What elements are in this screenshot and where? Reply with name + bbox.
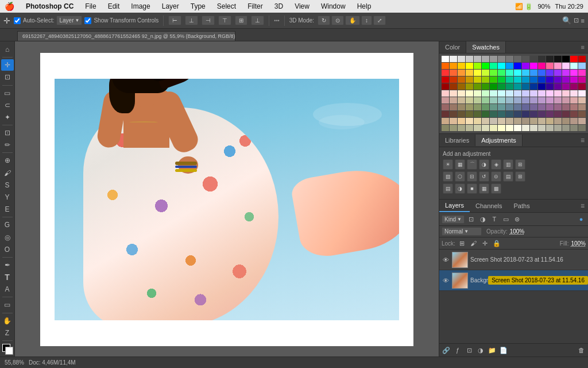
- lock-all-icon[interactable]: 🔒: [492, 239, 501, 248]
- hand-tool[interactable]: ✋: [1, 315, 14, 326]
- bw-adj-icon[interactable]: ▧: [443, 171, 453, 182]
- swatch-7-11[interactable]: [530, 104, 537, 110]
- swatch-8-6[interactable]: [490, 111, 497, 117]
- swatch-9-0[interactable]: [442, 118, 449, 124]
- new-layer-btn[interactable]: 📄: [499, 346, 508, 355]
- filter-pixel-icon[interactable]: ⊡: [467, 214, 476, 224]
- auto-select-checkbox[interactable]: [14, 17, 21, 24]
- swatch-8-15[interactable]: [562, 111, 570, 117]
- swatch-6-10[interactable]: [522, 97, 529, 103]
- swatch-4-4[interactable]: [474, 83, 481, 90]
- posterize-adj-icon[interactable]: ▤: [503, 171, 513, 182]
- swatch-7-4[interactable]: [474, 104, 481, 110]
- swatch-10-3[interactable]: [466, 125, 473, 131]
- swatch-1-1[interactable]: [450, 63, 457, 69]
- layers-panel-options[interactable]: ≡: [577, 200, 588, 212]
- menu-select[interactable]: Select: [215, 1, 238, 12]
- swatch-5-0[interactable]: [442, 90, 449, 97]
- swatch-5-8[interactable]: [506, 90, 513, 97]
- swatch-4-3[interactable]: [466, 83, 473, 90]
- layer-dropdown[interactable]: Layer ▼: [56, 16, 82, 25]
- swatch-0-0[interactable]: [442, 56, 449, 62]
- layer-item-background[interactable]: 👁 Background 🔒 Screen Shot 2018-07-23 at…: [439, 270, 588, 291]
- swatch-1-17[interactable]: [578, 63, 586, 69]
- apple-menu[interactable]: 🍎: [5, 2, 14, 11]
- swatch-2-0[interactable]: [442, 70, 449, 76]
- 3d-slide-btn[interactable]: ↕: [361, 16, 372, 25]
- swatch-10-2[interactable]: [458, 125, 465, 131]
- swatch-5-3[interactable]: [466, 90, 473, 97]
- type-tool[interactable]: T: [1, 271, 14, 283]
- swatch-6-12[interactable]: [538, 97, 546, 103]
- align-right-icon[interactable]: ⊣: [202, 16, 215, 25]
- swatch-9-11[interactable]: [530, 118, 537, 124]
- menu-type[interactable]: Type: [188, 1, 208, 12]
- swatch-6-0[interactable]: [442, 97, 449, 103]
- swatch-0-10[interactable]: [522, 56, 529, 62]
- swatch-2-8[interactable]: [506, 70, 513, 76]
- swatch-3-12[interactable]: [538, 76, 546, 83]
- swatch-8-8[interactable]: [506, 111, 513, 117]
- swatch-8-7[interactable]: [498, 111, 505, 117]
- fill-value[interactable]: 100%: [571, 240, 586, 247]
- align-top-icon[interactable]: ⊤: [218, 16, 231, 25]
- swatch-9-12[interactable]: [538, 118, 546, 124]
- brightness-adj-icon[interactable]: ☀: [443, 159, 453, 170]
- swatch-10-6[interactable]: [490, 125, 497, 131]
- exposure-adj-icon[interactable]: ◑: [479, 159, 489, 170]
- blend-mode-dropdown[interactable]: Normal ▼: [442, 227, 482, 236]
- swatch-0-15[interactable]: [562, 56, 570, 62]
- swatch-1-6[interactable]: [490, 63, 497, 69]
- add-style-btn[interactable]: ƒ: [453, 346, 462, 355]
- swatch-6-14[interactable]: [554, 97, 562, 103]
- swatch-8-5[interactable]: [482, 111, 489, 117]
- swatch-3-15[interactable]: [562, 76, 570, 83]
- swatch-0-11[interactable]: [530, 56, 537, 62]
- gradient-map-adj-icon[interactable]: ▤: [443, 183, 453, 194]
- swatch-1-10[interactable]: [522, 63, 529, 69]
- photo-filter-adj-icon[interactable]: ⬡: [455, 171, 465, 182]
- swatch-8-12[interactable]: [538, 111, 546, 117]
- swatch-2-7[interactable]: [498, 70, 505, 76]
- swatch-0-12[interactable]: [538, 56, 546, 62]
- swatch-10-12[interactable]: [538, 125, 546, 131]
- swatch-3-4[interactable]: [474, 76, 481, 83]
- swatch-3-16[interactable]: [570, 76, 578, 83]
- tab-libraries[interactable]: Libraries: [439, 135, 475, 146]
- swatch-6-8[interactable]: [506, 97, 513, 103]
- swatch-5-2[interactable]: [458, 90, 465, 97]
- swatch-9-13[interactable]: [546, 118, 554, 124]
- swatch-10-16[interactable]: [570, 125, 578, 131]
- swatch-4-10[interactable]: [522, 83, 529, 90]
- swatch-4-12[interactable]: [538, 83, 546, 90]
- swatch-4-13[interactable]: [546, 83, 554, 90]
- swatch-8-3[interactable]: [466, 111, 473, 117]
- swatch-3-1[interactable]: [450, 76, 457, 83]
- swatch-0-3[interactable]: [466, 56, 473, 62]
- swatch-1-4[interactable]: [474, 63, 481, 69]
- delete-layer-btn[interactable]: 🗑: [577, 346, 586, 355]
- swatch-2-13[interactable]: [546, 70, 554, 76]
- swatch-2-17[interactable]: [578, 70, 586, 76]
- swatch-9-1[interactable]: [450, 118, 457, 124]
- align-left-icon[interactable]: ⊢: [168, 16, 181, 25]
- align-center-icon[interactable]: ⊥: [185, 16, 198, 25]
- swatch-10-13[interactable]: [546, 125, 554, 131]
- swatch-1-2[interactable]: [458, 63, 465, 69]
- color-balance-adj-icon[interactable]: ⊞: [515, 159, 525, 170]
- spot-heal-tool[interactable]: ⊕: [1, 155, 14, 166]
- align-middle-icon[interactable]: ⊞: [235, 16, 247, 25]
- swatch-6-2[interactable]: [458, 97, 465, 103]
- swatch-5-16[interactable]: [570, 90, 578, 97]
- adj-panel-options[interactable]: ≡: [577, 134, 588, 147]
- swatch-6-9[interactable]: [514, 97, 521, 103]
- swatch-7-8[interactable]: [506, 104, 513, 110]
- swatch-5-10[interactable]: [522, 90, 529, 97]
- home-tool[interactable]: ⌂: [1, 44, 14, 55]
- swatch-6-17[interactable]: [578, 97, 586, 103]
- swatch-8-10[interactable]: [522, 111, 529, 117]
- tab-layers[interactable]: Layers: [439, 200, 470, 212]
- swatch-7-9[interactable]: [514, 104, 521, 110]
- swatch-7-16[interactable]: [570, 104, 578, 110]
- swatch-4-9[interactable]: [514, 83, 521, 90]
